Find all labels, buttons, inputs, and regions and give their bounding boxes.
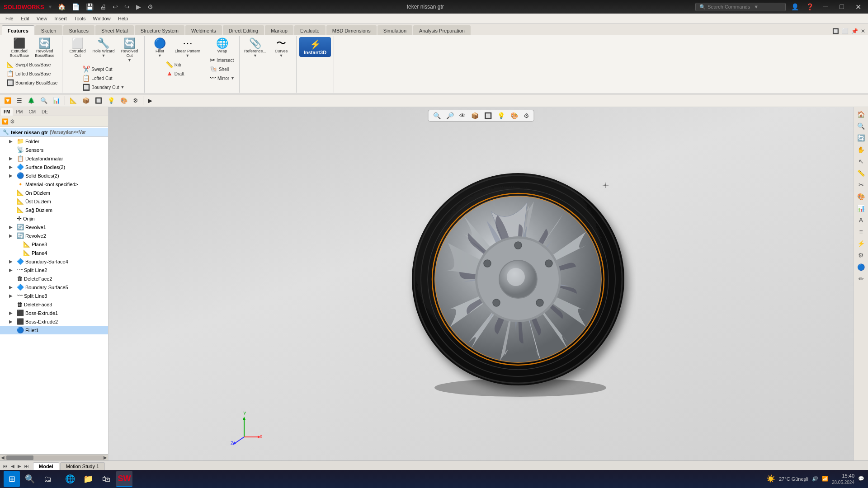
tree-item-material[interactable]: 🔸 Material <not specified> [0, 180, 108, 188]
panel-tab-dim-expert[interactable]: DE [39, 108, 51, 116]
tree-item-orijin[interactable]: ✛ Orijin [0, 214, 108, 223]
tab-sketch[interactable]: Sketch [35, 25, 62, 35]
tree-item-revolve1[interactable]: ▶ 🔄 Revolve1 [0, 223, 108, 231]
menu-insert[interactable]: Insert [51, 14, 71, 23]
tab-direct-editing[interactable]: Direct Editing [223, 25, 264, 35]
float-panel-btn[interactable]: ⬜ [841, 27, 849, 35]
extruded-boss-btn[interactable]: ⬛ ExtrudedBoss/Base [7, 37, 32, 59]
rp-rotate-btn[interactable]: 🔄 [854, 132, 868, 143]
tree-item-fillet1[interactable]: 🔵 Fillet1 [0, 326, 108, 334]
tb2-view4-btn[interactable]: 💡 [105, 96, 117, 105]
vp-zoom-to-fit-btn[interactable]: 🔍 [431, 111, 443, 120]
tree-item-delete-face2[interactable]: 🗑 DeleteFace2 [0, 274, 108, 283]
options-btn[interactable]: ⚙ [146, 2, 155, 11]
tb2-list-btn[interactable]: ☰ [14, 96, 24, 105]
pin-btn[interactable]: 📌 [850, 27, 859, 35]
lofted-cut-btn[interactable]: 📋 Lofted Cut [80, 74, 126, 83]
wrap-btn[interactable]: 🌐 Wrap [210, 37, 234, 55]
rp-text-btn[interactable]: A [856, 215, 866, 225]
scroll-right-btn[interactable]: ▶ [104, 455, 107, 460]
taskbar-explorer-btn[interactable]: 📁 [80, 471, 96, 487]
lofted-boss-btn[interactable]: 📋 Lofted Boss/Base [5, 69, 59, 78]
menu-window[interactable]: Window [90, 14, 114, 23]
rp-section-btn[interactable]: ✂ [856, 179, 867, 190]
tree-item-plane3[interactable]: 📐 Plane3 [0, 240, 108, 249]
fillet-btn[interactable]: 🔵 Fillet ▼ [147, 37, 172, 59]
nav-prev-btn[interactable]: ◀ [9, 463, 16, 469]
tree-root[interactable]: 🔧 teker nissan gtr (Varsayılan<<Var [0, 128, 108, 137]
rp-edit-btn[interactable]: ✏ [856, 273, 867, 284]
tab-weldments[interactable]: Weldments [185, 25, 222, 35]
taskbar-task-view-btn[interactable]: 🗂 [40, 471, 56, 487]
vp-display-style-btn[interactable]: 📦 [469, 111, 481, 120]
shell-btn[interactable]: 🐚 Shell [208, 65, 236, 74]
rp-chart-btn[interactable]: 📊 [854, 203, 868, 214]
tree-item-split-line2[interactable]: ▶ 〰 Split Line2 [0, 266, 108, 274]
tab-structure-system[interactable]: Structure System [135, 25, 184, 35]
collapse-toolbar-btn[interactable]: ✕ [860, 27, 866, 35]
nav-last-btn[interactable]: ⏭ [23, 463, 30, 469]
tab-features[interactable]: Features [2, 25, 34, 35]
tree-item-sag-duzlem[interactable]: 📐 Sağ Düzlem [0, 206, 108, 214]
notifications-btn[interactable]: 💬 [858, 476, 864, 482]
swept-cut-btn[interactable]: ✂️ Swept Cut [80, 65, 126, 74]
boundary-boss-btn[interactable]: 🔲 Boundary Boss/Base [5, 78, 59, 87]
maximize-panel-btn[interactable]: 🔲 [831, 27, 840, 35]
tab-analysis-preparation[interactable]: Analysis Preparation [413, 25, 471, 35]
tab-mbd-dimensions[interactable]: MBD Dimensions [326, 25, 377, 35]
vp-appearance-btn[interactable]: 🎨 [509, 111, 520, 120]
save-btn[interactable]: 💾 [84, 2, 95, 11]
tree-item-revolve2[interactable]: ▶ 🔄 Revolve2 [0, 231, 108, 240]
rp-view-btn[interactable]: 🏠 [854, 109, 868, 120]
taskbar-sw-btn[interactable]: SW [116, 471, 132, 487]
tab-sheet-metal[interactable]: Sheet Metal [95, 25, 134, 35]
tb2-search2-btn[interactable]: 🔍 [38, 96, 50, 105]
vp-view-orient-btn[interactable]: 👁 [458, 111, 467, 120]
draft-btn[interactable]: 🔺 Draft [164, 69, 186, 78]
tb2-more-btn[interactable]: ▶ [146, 96, 155, 105]
extruded-cut-btn[interactable]: ⬜ ExtrudedCut [65, 37, 90, 64]
tree-item-sensors[interactable]: 📡 Sensors [0, 145, 108, 154]
panel-tab-config[interactable]: CM [26, 108, 38, 116]
revolved-boss-btn[interactable]: 🔄 RevolvedBoss/Base [33, 37, 57, 59]
search-bar[interactable]: 🔍 Search Commands ▼ [695, 3, 786, 11]
tree-item-solid-bodies[interactable]: ▶ 🔵 Solid Bodies(2) [0, 171, 108, 180]
menu-tools[interactable]: Tools [71, 14, 90, 23]
rp-select-btn[interactable]: ↖ [856, 156, 867, 167]
print-btn[interactable]: 🖨 [98, 2, 108, 11]
tree-hscrollbar[interactable]: ◀ ▶ [0, 454, 108, 460]
nav-next-btn[interactable]: ▶ [16, 463, 23, 469]
menu-view[interactable]: View [33, 14, 51, 23]
tree-item-plane4[interactable]: 📐 Plane4 [0, 249, 108, 257]
scroll-left-btn[interactable]: ◀ [1, 455, 5, 460]
btab-motion-study[interactable]: Motion Study 1 [60, 462, 105, 470]
tree-item-boundary-surface5[interactable]: ▶ 🔷 Boundary-Surface5 [0, 283, 108, 291]
tab-evaluate[interactable]: Evaluate [294, 25, 326, 35]
btab-model[interactable]: Model [33, 462, 59, 470]
tree-item-folder[interactable]: ▶ 📁 Folder [0, 137, 108, 145]
instant3d-btn[interactable]: ⚡ Instant3D [299, 37, 331, 57]
tb2-tree-btn[interactable]: 🌲 [25, 96, 37, 105]
account-btn[interactable]: 👤 [789, 2, 801, 11]
swept-boss-btn[interactable]: 📐 Swept Boss/Base [5, 60, 59, 69]
tree-item-surface-bodies[interactable]: ▶ 🔷 Surface Bodies(2) [0, 163, 108, 171]
viewport[interactable]: 🔍 🔎 👁 📦 🔲 💡 🎨 ⚙ [108, 107, 854, 460]
panel-tab-property[interactable]: PM [13, 108, 25, 116]
tb2-view2-btn[interactable]: 📦 [80, 96, 92, 105]
redo-btn[interactable]: ↪ [123, 2, 132, 11]
filter-icon[interactable]: 🔽 [2, 118, 9, 125]
tb2-filter-btn[interactable]: 🔽 [2, 96, 14, 105]
tree-item-delete-face3[interactable]: 🗑 DeleteFace3 [0, 300, 108, 309]
vp-settings-btn[interactable]: ⚙ [522, 111, 531, 120]
tb2-view3-btn[interactable]: 🔲 [93, 96, 104, 105]
close-btn[interactable]: ✕ [852, 2, 864, 11]
rp-more2-btn[interactable]: ⚡ [854, 238, 868, 249]
taskbar-volume-icon[interactable]: 🔊 [812, 476, 818, 482]
rp-settings2-btn[interactable]: ⚙ [855, 250, 867, 261]
rp-pan-btn[interactable]: ✋ [854, 144, 868, 155]
restore-btn[interactable]: □ [835, 2, 848, 11]
reference-btn[interactable]: 📎 Reference... ▼ [242, 37, 268, 59]
tree-item-ust-duzlem[interactable]: 📐 Üst Düzlem [0, 197, 108, 206]
rp-select2-btn[interactable]: 🔵 [854, 262, 868, 272]
minimize-btn[interactable]: ─ [819, 2, 832, 11]
